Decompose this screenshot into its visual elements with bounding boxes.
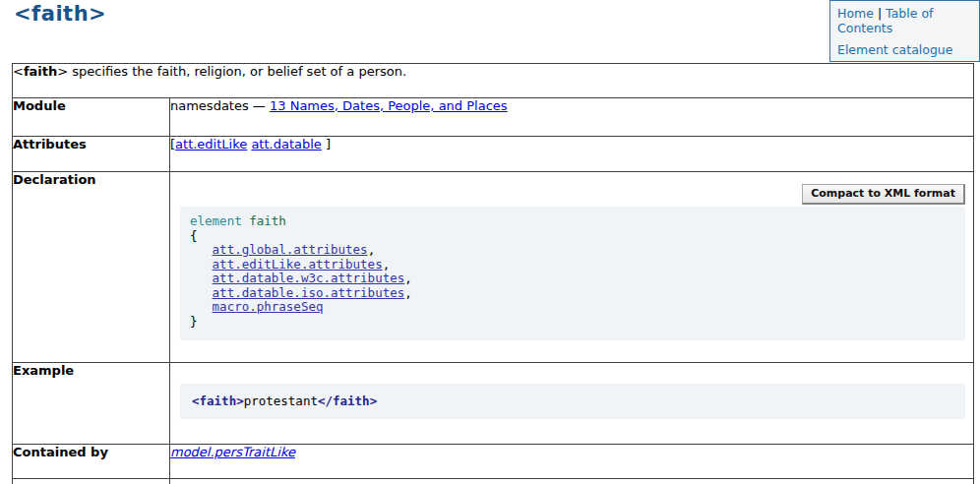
table-row-declaration: Declaration Compact to XML format elemen… [13,172,974,363]
example-content: <faith>protestant</faith> [170,363,974,445]
cutoff-content [170,479,974,484]
table-row-example: Example <faith>protestant</faith> [13,363,974,445]
code-line: att.editLike.attributes, [190,258,955,272]
att-datable-link[interactable]: att.datable [251,137,321,151]
comma: , [368,242,376,257]
nav-home-link[interactable]: Home [837,6,874,21]
att-datable-iso-attributes-link[interactable]: att.datable.iso.attributes [213,285,405,300]
att-editlike-attributes-link[interactable]: att.editLike.attributes [213,257,383,272]
example-code-block: <faith>protestant</faith> [180,384,965,419]
code-line: att.datable.iso.attributes, [190,286,955,301]
indent [190,271,213,285]
brace-close: } [190,314,198,329]
code-line: att.datable.w3c.attributes, [190,272,955,286]
table-row-description: <faith> specifies the faith, religion, o… [13,64,974,98]
angle-bracket-close: > [57,64,68,79]
table-row-module: Module namesdates — 13 Names, Dates, Peo… [13,98,974,137]
code-line: att.global.attributes, [190,243,955,258]
attributes-content: [att.editLike att.datable ] [170,137,974,172]
rnc-keyword: element [190,213,242,228]
element-spec-table: <faith> specifies the faith, religion, o… [12,63,974,484]
comma: , [383,257,391,272]
code-line: } [190,315,955,330]
example-open-tag: <faith> [192,393,244,408]
indent [190,242,213,257]
att-editlike-link[interactable]: att.editLike [175,137,247,151]
attributes-label: Attributes [13,137,170,172]
module-content: namesdates — 13 Names, Dates, People, an… [170,98,974,137]
declaration-content: Compact to XML format element faith{ att… [170,172,974,363]
description-text: specifies the faith, religion, or belief… [68,64,406,79]
compact-to-xml-button[interactable]: Compact to XML format [802,184,965,205]
example-content: protestant [244,393,318,408]
comma: , [404,271,412,285]
code-line: element faith [190,214,955,229]
nav-box: Home | Table of Contents Element catalog… [829,0,980,62]
code-line: macro.phraseSeq [190,300,955,315]
example-close-tag: </faith> [318,393,377,408]
indent [190,257,213,272]
indent [190,299,213,314]
att-global-attributes-link[interactable]: att.global.attributes [213,242,368,257]
model-perstraitlike-link[interactable]: model.persTraitLike [170,445,295,459]
macro-phraseseq-link[interactable]: macro.phraseSeq [213,299,324,314]
example-label: Example [13,363,170,445]
table-row-attributes: Attributes [att.editLike att.datable ] [13,137,974,172]
table-row-contained-by: Contained by model.persTraitLike [13,445,974,479]
indent [190,285,213,300]
brace-open: { [190,228,198,243]
declaration-toolbar: Compact to XML format [170,184,965,205]
module-name: namesdates — [170,98,270,113]
bracket-close: ] [322,137,331,151]
nav-line-home-toc: Home | Table of Contents [837,6,972,35]
table-row-cutoff [13,479,974,484]
nav-element-catalogue-link[interactable]: Element catalogue [837,42,953,57]
element-name: faith [24,64,57,79]
contained-by-label: Contained by [13,445,170,479]
contained-by-content: model.persTraitLike [170,445,974,479]
angle-bracket-open: < [13,64,24,79]
module-label: Module [13,98,170,137]
cutoff-label [13,479,170,484]
description-cell: <faith> specifies the faith, religion, o… [13,64,974,98]
rnc-element-name: faith [249,213,286,228]
declaration-code-block: element faith{ att.global.attributes, at… [180,207,965,340]
declaration-label: Declaration [13,172,170,363]
att-datable-w3c-attributes-link[interactable]: att.datable.w3c.attributes [213,271,405,285]
code-line: { [190,229,955,244]
nav-separator: | [874,6,886,21]
page-title: <faith> [14,2,106,26]
nav-line-element-catalogue: Element catalogue [837,42,972,57]
comma: , [404,285,412,300]
module-chapter-link[interactable]: 13 Names, Dates, People, and Places [270,98,508,113]
